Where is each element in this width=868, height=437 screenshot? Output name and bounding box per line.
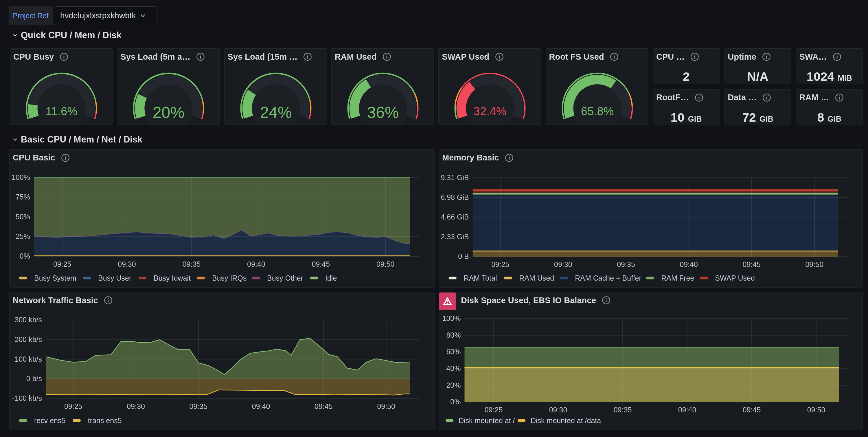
svg-text:09:35: 09:35 xyxy=(189,402,208,410)
svg-text:09:40: 09:40 xyxy=(247,260,265,268)
svg-text:2.33 GiB: 2.33 GiB xyxy=(441,233,469,241)
svg-text:Disk mounted at /data: Disk mounted at /data xyxy=(531,416,601,425)
svg-text:0 b/s: 0 b/s xyxy=(26,374,42,383)
svg-text:20%: 20% xyxy=(153,104,185,121)
svg-text:11.6%: 11.6% xyxy=(45,105,77,118)
svg-text:recv ens5: recv ens5 xyxy=(34,416,65,425)
svg-text:09:50: 09:50 xyxy=(807,406,826,414)
svg-text:09:35: 09:35 xyxy=(617,260,635,268)
svg-text:Busy IRQs: Busy IRQs xyxy=(212,274,247,282)
svg-text:09:35: 09:35 xyxy=(183,260,201,268)
svg-text:09:30: 09:30 xyxy=(549,406,567,414)
svg-text:09:30: 09:30 xyxy=(127,402,145,410)
svg-text:09:50: 09:50 xyxy=(376,260,395,268)
svg-text:32.4%: 32.4% xyxy=(474,105,506,118)
svg-text:Busy User: Busy User xyxy=(98,274,131,282)
svg-text:09:45: 09:45 xyxy=(742,260,761,268)
svg-text:60%: 60% xyxy=(446,348,461,356)
svg-text:09:45: 09:45 xyxy=(314,402,333,410)
svg-text:40%: 40% xyxy=(446,364,461,372)
svg-text:RAM Cache + Buffer: RAM Cache + Buffer xyxy=(575,274,642,282)
svg-text:0%: 0% xyxy=(450,398,461,406)
svg-text:RAM Used: RAM Used xyxy=(519,274,554,282)
svg-text:20%: 20% xyxy=(446,381,461,389)
svg-text:-100 kb/s: -100 kb/s xyxy=(12,394,42,402)
svg-text:09:40: 09:40 xyxy=(252,402,270,410)
svg-text:09:25: 09:25 xyxy=(491,260,509,268)
svg-text:75%: 75% xyxy=(16,193,30,201)
svg-text:6.98 GiB: 6.98 GiB xyxy=(441,193,469,201)
svg-text:Busy Other: Busy Other xyxy=(267,274,303,282)
svg-text:09:25: 09:25 xyxy=(64,402,83,410)
svg-text:09:40: 09:40 xyxy=(678,406,696,414)
svg-text:25%: 25% xyxy=(16,232,30,240)
svg-text:09:25: 09:25 xyxy=(53,260,71,268)
svg-text:SWAP Used: SWAP Used xyxy=(715,274,755,282)
svg-text:09:50: 09:50 xyxy=(377,402,395,410)
svg-text:4.66 GiB: 4.66 GiB xyxy=(441,212,469,221)
svg-text:RAM Total: RAM Total xyxy=(464,274,497,282)
svg-text:100%: 100% xyxy=(442,314,461,322)
svg-text:80%: 80% xyxy=(446,331,461,339)
svg-text:09:25: 09:25 xyxy=(485,406,503,414)
svg-text:50%: 50% xyxy=(16,212,30,221)
svg-text:09:45: 09:45 xyxy=(312,260,330,268)
svg-text:36%: 36% xyxy=(367,104,399,121)
svg-text:100%: 100% xyxy=(11,173,30,181)
svg-text:09:35: 09:35 xyxy=(614,406,632,414)
svg-text:09:40: 09:40 xyxy=(680,260,698,268)
svg-text:Idle: Idle xyxy=(325,274,337,282)
svg-text:Busy Iowait: Busy Iowait xyxy=(154,274,191,282)
svg-text:RAM Free: RAM Free xyxy=(661,274,694,282)
svg-text:200 kb/s: 200 kb/s xyxy=(14,336,42,344)
svg-text:65.8%: 65.8% xyxy=(581,105,613,118)
svg-text:24%: 24% xyxy=(260,104,292,121)
svg-text:trans ens5: trans ens5 xyxy=(88,416,122,425)
svg-text:0%: 0% xyxy=(20,252,30,260)
svg-text:9.31 GiB: 9.31 GiB xyxy=(441,173,469,181)
svg-text:0 B: 0 B xyxy=(458,252,469,260)
svg-text:Busy System: Busy System xyxy=(34,274,76,282)
svg-text:300 kb/s: 300 kb/s xyxy=(14,316,42,324)
svg-text:Disk mounted at /: Disk mounted at / xyxy=(459,416,515,425)
svg-text:09:45: 09:45 xyxy=(743,406,761,414)
svg-text:09:50: 09:50 xyxy=(806,260,824,268)
svg-text:09:30: 09:30 xyxy=(554,260,572,268)
svg-text:100 kb/s: 100 kb/s xyxy=(14,355,42,363)
svg-text:09:30: 09:30 xyxy=(118,260,136,268)
